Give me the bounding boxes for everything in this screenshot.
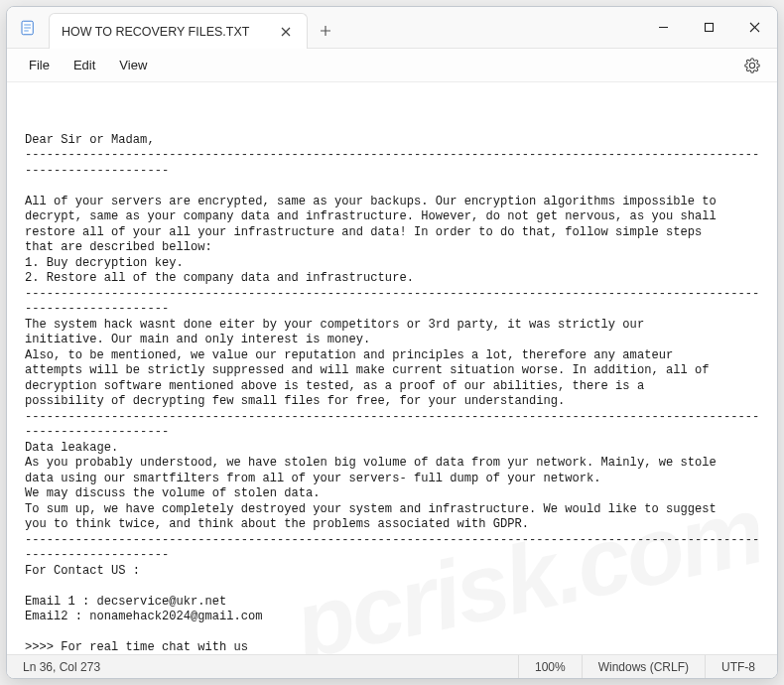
line: As you probably understood, we have stol… (25, 456, 717, 470)
document-body: Dear Sir or Madam, ---------------------… (25, 133, 764, 655)
minimize-button[interactable] (640, 7, 686, 48)
line: you to think twice, and think about the … (25, 517, 529, 531)
gear-icon (744, 58, 760, 73)
minimize-icon (658, 22, 669, 33)
status-line-endings[interactable]: Windows (CRLF) (582, 655, 705, 678)
line: attempts will be strictly suppressed and… (25, 363, 709, 377)
status-encoding[interactable]: UTF-8 (705, 655, 771, 678)
status-cursor-position[interactable]: Ln 36, Col 273 (13, 655, 116, 678)
statusbar: Ln 36, Col 273 100% Windows (CRLF) UTF-8 (7, 654, 777, 678)
settings-button[interactable] (737, 51, 767, 80)
notepad-app-icon (7, 7, 49, 48)
app-window: HOW TO RECOVERY FILES.TXT (6, 6, 778, 679)
separator-line: ----------------------------------------… (25, 410, 759, 440)
line: Data leakage. (25, 441, 118, 455)
separator-line: ----------------------------------------… (25, 533, 759, 563)
email1-value: decservice@ukr.net (97, 595, 227, 609)
close-icon (749, 22, 760, 33)
email2-label: Email2 : (25, 610, 89, 623)
line: For Contact US : (25, 564, 140, 578)
separator-line: ----------------------------------------… (25, 148, 759, 178)
line: >>>> For real time chat with us (25, 640, 248, 654)
line: All of your servers are encrypted, same … (25, 195, 717, 208)
line: decryption software mentioned above is t… (25, 379, 644, 393)
menubar: File Edit View (7, 49, 777, 82)
line: Also, to be mentioned, we value our repu… (25, 348, 673, 362)
tab-title: HOW TO RECOVERY FILES.TXT (62, 25, 249, 39)
line: data using our smartfilters from all of … (25, 472, 601, 485)
separator-line: ----------------------------------------… (25, 287, 759, 317)
line: 1. Buy decryption key. (25, 256, 184, 270)
maximize-button[interactable] (686, 7, 731, 48)
text-editor[interactable]: pcrisk.com Dear Sir or Madam, ----------… (7, 82, 777, 654)
line: initiative. Our main and only interest i… (25, 333, 370, 346)
tab-close-button[interactable] (275, 21, 297, 43)
line: that are described bellow: (25, 240, 212, 254)
menu-view[interactable]: View (107, 52, 159, 78)
titlebar-spacer (343, 7, 640, 48)
line: decrypt, same as your company data and i… (25, 209, 717, 223)
document-tab[interactable]: HOW TO RECOVERY FILES.TXT (49, 13, 308, 49)
menu-edit[interactable]: Edit (62, 52, 107, 78)
maximize-icon (704, 22, 715, 33)
new-tab-button[interactable] (308, 13, 343, 48)
line: Dear Sir or Madam, (25, 133, 155, 147)
svg-rect-9 (705, 24, 713, 32)
line: restore all of your all your infrastruct… (25, 225, 702, 239)
close-icon (281, 27, 291, 37)
titlebar: HOW TO RECOVERY FILES.TXT (7, 7, 777, 49)
window-close-button[interactable] (731, 7, 777, 48)
email1-label: Email 1 : (25, 595, 97, 609)
line: possibility of decrypting few small file… (25, 394, 565, 408)
notepad-icon (19, 19, 37, 37)
line: We may discuss the volume of stolen data… (25, 486, 321, 500)
menu-file[interactable]: File (17, 52, 62, 78)
status-zoom[interactable]: 100% (518, 655, 582, 678)
line: The system hack wasnt done eiter by your… (25, 318, 644, 332)
line: To sum up, we have completely destroyed … (25, 502, 717, 516)
line: 2. Restore all of the company data and i… (25, 271, 414, 285)
plus-icon (320, 25, 331, 37)
email2-value: nonamehack2024@gmail.com (89, 610, 262, 623)
